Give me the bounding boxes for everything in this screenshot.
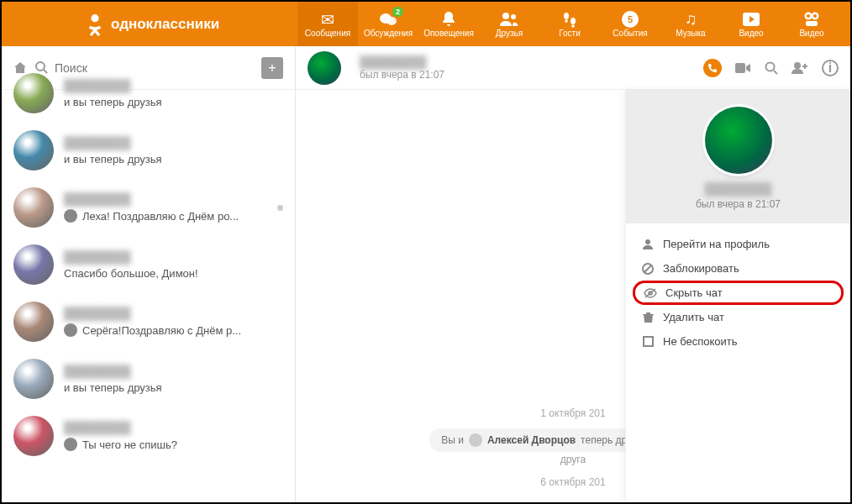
nav-badge: 2	[392, 7, 403, 17]
avatar	[13, 302, 54, 342]
avatar	[13, 130, 54, 171]
friends-icon	[499, 10, 519, 29]
avatar	[13, 359, 54, 399]
thumb-icon: 5	[621, 10, 639, 29]
chat-row-name: ████████	[64, 307, 283, 320]
date-label: 1 октября 201	[532, 405, 613, 422]
unread-dot	[277, 205, 283, 211]
mini-avatar-icon	[64, 323, 77, 337]
svg-point-8	[571, 24, 575, 28]
chat-row-name: ████████	[64, 421, 283, 434]
chat-row-name: ████████	[64, 250, 283, 264]
search-in-chat-icon[interactable]	[765, 61, 778, 75]
chat-title: ████████	[360, 55, 703, 69]
play-icon	[742, 10, 760, 29]
webcam-icon	[802, 10, 821, 29]
nav-video[interactable]: Видео	[721, 2, 781, 46]
mini-avatar-icon	[64, 209, 77, 223]
svg-rect-18	[735, 63, 745, 73]
nav-messages[interactable]: ✉ Сообщения	[297, 2, 358, 46]
chat-row-preview: Спасибо большое, Димон!	[64, 267, 283, 280]
trash-icon	[641, 312, 655, 323]
brand-name: одноклассники	[111, 16, 219, 33]
panel-menu: Перейти на профиль Заблокировать Скрыть …	[626, 223, 850, 362]
avatar	[13, 416, 54, 456]
svg-rect-24	[644, 337, 653, 346]
avatar	[13, 73, 54, 113]
top-nav: ✉ Сообщения 2 Обсуждения Оповещения	[297, 2, 842, 46]
footprints-icon	[561, 10, 578, 29]
panel-header: ████████ был вчера в 21:07	[626, 90, 850, 223]
panel-item-dnd[interactable]: Не беспокоить	[626, 329, 850, 354]
nav-notifications[interactable]: Оповещения	[418, 2, 479, 46]
date-label: 6 октября 201	[532, 474, 613, 491]
chat-header-avatar[interactable]	[308, 51, 341, 85]
chat-row-name: ████████	[64, 192, 272, 206]
svg-point-7	[565, 19, 568, 23]
nav-webcam[interactable]: Видео	[781, 2, 842, 46]
panel-name: ████████	[634, 182, 842, 196]
chat-row-name: ████████	[64, 136, 283, 150]
panel-avatar[interactable]	[705, 107, 772, 174]
svg-point-15	[813, 14, 817, 18]
chat-info-panel: ████████ был вчера в 21:07 Перейти на пр…	[625, 90, 850, 502]
panel-item-hide-chat[interactable]: Скрыть чат	[633, 281, 844, 305]
svg-point-20	[794, 62, 801, 69]
chat-row-preview: и вы теперь друзья	[64, 96, 283, 108]
mini-avatar-icon	[469, 433, 482, 447]
sidebar: + ████████и вы теперь друзья████████и вы…	[2, 46, 296, 502]
call-button[interactable]	[703, 59, 722, 77]
svg-point-21	[645, 239, 650, 244]
chat-row-preview: Леха! Поздравляю с Днём ро...	[64, 209, 272, 223]
logo[interactable]: одноклассники	[86, 12, 219, 37]
panel-item-block[interactable]: Заблокировать	[626, 256, 850, 281]
svg-point-3	[502, 13, 509, 19]
videocall-icon[interactable]	[735, 62, 751, 74]
mini-avatar-icon	[64, 438, 77, 451]
panel-item-delete[interactable]: Удалить чат	[626, 305, 850, 329]
chat-row-name: ████████	[64, 365, 283, 378]
add-person-icon[interactable]	[792, 61, 808, 75]
music-icon: ♫	[685, 10, 697, 29]
chat-row-preview: и вы теперь друзья	[64, 381, 283, 394]
envelope-icon: ✉	[321, 10, 334, 29]
nav-events[interactable]: 5 События	[600, 2, 660, 46]
chat-row[interactable]: ████████Ты чего не спишь?	[2, 407, 295, 465]
nav-discussions[interactable]: 2 Обсуждения	[358, 2, 418, 46]
chat-info-icon[interactable]: i	[822, 60, 839, 76]
nav-guests[interactable]: Гости	[539, 2, 600, 46]
chat-row-preview: и вы теперь друзья	[64, 153, 283, 165]
square-icon	[641, 336, 655, 347]
svg-text:5: 5	[628, 14, 633, 24]
bell-icon	[441, 10, 456, 29]
svg-point-14	[807, 14, 810, 18]
chat-list[interactable]: ████████и вы теперь друзья████████и вы т…	[2, 65, 295, 502]
top-header: одноклассники ✉ Сообщения 2 Обсуждения О…	[2, 2, 850, 46]
chat-row[interactable]: ████████Спасибо большое, Димон!	[2, 236, 295, 293]
chat-row[interactable]: ████████и вы теперь друзья	[2, 350, 295, 407]
nav-music[interactable]: ♫ Музыка	[660, 2, 721, 46]
avatar	[13, 187, 54, 228]
panel-item-profile[interactable]: Перейти на профиль	[626, 232, 850, 256]
svg-rect-16	[806, 21, 818, 26]
svg-point-0	[91, 14, 98, 22]
svg-point-5	[564, 13, 569, 19]
chat-row[interactable]: ████████Серёга!Поздравляю с Днём р...	[2, 293, 295, 350]
svg-point-2	[387, 17, 397, 25]
chat-row[interactable]: ████████и вы теперь друзья	[2, 65, 295, 122]
ok-logo-icon	[86, 12, 104, 37]
panel-status: был вчера в 21:07	[634, 198, 842, 210]
chat-header: ████████ был вчера в 21:07	[296, 46, 850, 90]
chat-row[interactable]: ████████и вы теперь друзья	[2, 122, 295, 179]
eye-off-icon	[644, 287, 657, 299]
svg-point-4	[511, 14, 516, 19]
nav-friends[interactable]: Друзья	[479, 2, 539, 46]
svg-point-6	[571, 18, 576, 24]
svg-point-19	[766, 62, 775, 71]
chat-row-preview: Серёга!Поздравляю с Днём р...	[64, 323, 283, 337]
chat-status: был вчера в 21:07	[360, 69, 703, 81]
chat-row-name: ████████	[64, 79, 283, 92]
chat-row[interactable]: ████████Леха! Поздравляю с Днём ро...	[2, 179, 295, 236]
chat-main: ████████ был вчера в 21:07	[296, 46, 850, 502]
person-icon	[641, 239, 655, 250]
